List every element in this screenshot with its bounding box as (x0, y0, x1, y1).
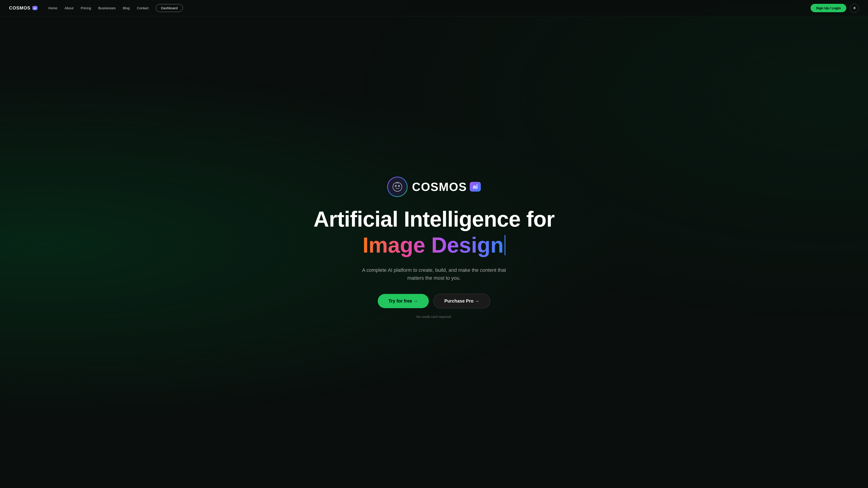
nav-item-home[interactable]: Home (49, 6, 57, 10)
ai-face-icon (391, 181, 403, 193)
sun-icon: ☀ (852, 6, 856, 11)
nav-item-dashboard[interactable]: Dashboard (156, 4, 183, 12)
logo-link[interactable]: COSMOS ai (9, 5, 37, 11)
nav-item-businesses[interactable]: Businesses (98, 6, 116, 10)
hero-cta-group: Try for free → Purchase Pro → (378, 294, 491, 308)
svg-point-6 (396, 186, 396, 186)
svg-point-0 (393, 182, 402, 191)
nav-right: Sign Up / Login ☀ (811, 4, 859, 13)
theme-toggle-button[interactable]: ☀ (850, 4, 859, 13)
hero-description: A complete AI platform to create, build,… (357, 266, 511, 282)
svg-line-5 (398, 183, 399, 184)
svg-point-7 (399, 186, 399, 186)
hero-brand-badge: ai (470, 182, 481, 192)
nav-link-about[interactable]: About (65, 6, 73, 10)
logo-badge: ai (32, 6, 37, 10)
hero-title: Artificial Intelligence for (313, 208, 555, 231)
hero-subtitle: Image Design (363, 233, 505, 257)
svg-line-4 (396, 183, 397, 184)
hero-logo-icon (388, 177, 407, 196)
hero-brand-text: COSMOS ai (412, 180, 481, 194)
purchase-pro-button[interactable]: Purchase Pro → (433, 294, 491, 308)
nav-item-blog[interactable]: Blog (123, 6, 130, 10)
nav-item-about[interactable]: About (65, 6, 73, 10)
nav-item-contact[interactable]: Contact (137, 6, 149, 10)
nav-links: Home About Pricing Businesses Blog Conta… (49, 4, 183, 12)
nav-left: COSMOS ai Home About Pricing Businesses … (9, 4, 183, 12)
nav-link-home[interactable]: Home (49, 6, 57, 10)
nav-item-pricing[interactable]: Pricing (81, 6, 91, 10)
hero-section: COSMOS ai Artificial Intelligence for Im… (0, 0, 868, 488)
try-for-free-button[interactable]: Try for free → (378, 294, 429, 308)
navbar: COSMOS ai Home About Pricing Businesses … (0, 0, 868, 16)
nav-link-businesses[interactable]: Businesses (98, 6, 116, 10)
dashboard-button[interactable]: Dashboard (156, 4, 183, 12)
nav-link-contact[interactable]: Contact (137, 6, 149, 10)
cursor-blink (504, 235, 505, 255)
hero-gradient-text: Image Design (363, 233, 504, 257)
hero-brand-name: COSMOS (412, 180, 467, 194)
logo-text: COSMOS (9, 5, 31, 11)
no-credit-note: No credit card required. (416, 315, 452, 319)
nav-link-blog[interactable]: Blog (123, 6, 130, 10)
hero-logo-area: COSMOS ai (387, 177, 481, 197)
hero-logo-circle (387, 177, 408, 197)
nav-link-pricing[interactable]: Pricing (81, 6, 91, 10)
signup-button[interactable]: Sign Up / Login (811, 4, 846, 12)
